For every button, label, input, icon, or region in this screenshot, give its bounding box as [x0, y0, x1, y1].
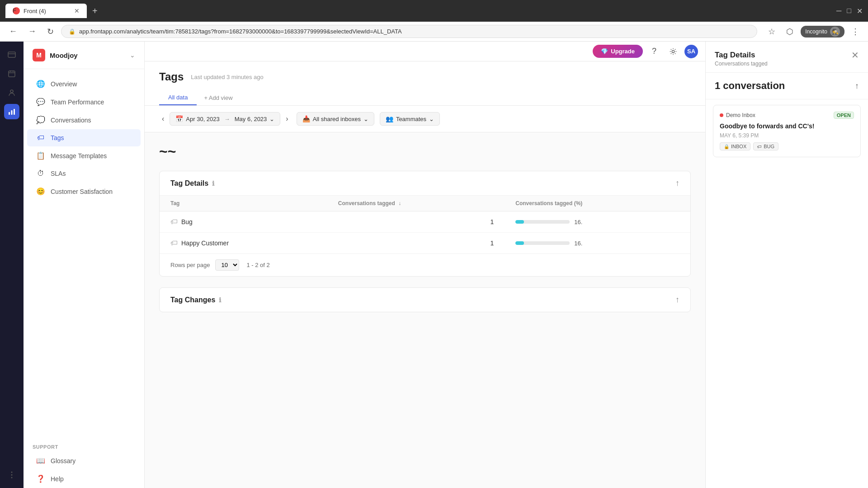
tag-changes-info-icon[interactable]: ℹ [219, 296, 221, 304]
right-panel: Tag Details Conversations tagged ✕ 1 con… [705, 42, 868, 488]
lock-icon: 🔒 [69, 28, 75, 35]
rows-per-page-select[interactable]: 10 25 50 [215, 259, 239, 271]
sidebar-item-tags[interactable]: 🏷 Tags [27, 129, 141, 146]
inbox-filter-icon: 📥 [302, 115, 310, 122]
add-view-btn[interactable]: + Add view [197, 91, 240, 105]
new-tab-btn[interactable]: + [92, 6, 98, 16]
right-panel-count-row: 1 conversation ↑ [706, 73, 868, 99]
address-bar[interactable]: 🔒 app.frontapp.com/analytics/team/tim:78… [61, 25, 757, 38]
teammates-filter[interactable]: 👥 Teammates ⌄ [380, 112, 440, 126]
sidebar-item-message-templates[interactable]: 📋 Message Templates [27, 147, 141, 164]
last-updated: Last updated 3 minutes ago [191, 74, 263, 80]
close-window-icon[interactable]: ✕ [857, 7, 863, 15]
incognito-avatar: 🕵 [830, 27, 840, 37]
table-row[interactable]: 🏷 Happy Customer 1 [160, 233, 690, 254]
conversation-card[interactable]: Demo Inbox OPEN Goodbye to forwards and … [713, 105, 861, 157]
sidebar-item-label-customer-satisfaction: Customer Satisfaction [51, 188, 113, 195]
help-icon: ❓ [36, 474, 45, 483]
browser-tab[interactable]: F Front (4) ✕ [5, 4, 87, 18]
date-from: Apr 30, 2023 [186, 116, 219, 122]
page-title: Tags [159, 70, 184, 83]
tags-icon: 🏷 [36, 134, 45, 142]
tag-details-export-btn[interactable]: ↑ [675, 178, 679, 188]
col-conversations-tagged[interactable]: Conversations tagged ↓ [327, 196, 505, 211]
minimize-icon[interactable]: ─ [836, 7, 841, 15]
sidebar-header: M Moodjoy ⌄ [24, 42, 144, 69]
tag-changes-export-btn[interactable]: ↑ [675, 295, 679, 305]
analytics-icon-btn[interactable] [4, 104, 19, 119]
conv-tag-inbox: 🔒 INBOX [720, 142, 750, 150]
help-btn[interactable]: ? [646, 44, 662, 59]
forward-btn[interactable]: → [24, 25, 40, 38]
tag-cell-happy: 🏷 Happy Customer [160, 233, 327, 254]
extension-btn[interactable]: ⬡ [783, 24, 797, 39]
sidebar-item-slas[interactable]: ⏱ SLAs [27, 165, 141, 182]
maximize-icon[interactable]: □ [847, 7, 851, 15]
progress-bar-bg-bug [515, 220, 570, 224]
tag-details-title-group: Tag Details ℹ [170, 179, 214, 188]
date-range-picker[interactable]: 📅 Apr 30, 2023 → May 6, 2023 ⌄ [170, 112, 280, 126]
inbox-icon-btn[interactable] [4, 47, 19, 62]
sidebar-item-conversations[interactable]: 💭 Conversations [27, 111, 141, 129]
sidebar-item-overview[interactable]: 🌐 Overview [27, 75, 141, 93]
right-panel-subtitle: Conversations tagged [715, 61, 768, 67]
content-area: ~~ Tag Details ℹ ↑ Tag Con [145, 132, 705, 334]
status-badge: OPEN [834, 112, 854, 119]
nav-items: 🌐 Overview 💬 Team Performance 💭 Conversa… [24, 69, 144, 441]
svg-point-8 [11, 477, 13, 479]
panel-export-btn[interactable]: ↑ [855, 81, 859, 91]
tag-details-info-icon[interactable]: ℹ [212, 180, 214, 187]
date-prev-btn[interactable]: ‹ [159, 113, 167, 125]
right-panel-header: Tag Details Conversations tagged ✕ [706, 42, 868, 73]
settings-btn[interactable] [665, 44, 681, 59]
tag-changes-title: Tag Changes [170, 296, 215, 304]
tag-changes-header: Tag Changes ℹ ↑ [160, 288, 690, 312]
tab-all-data[interactable]: All data [159, 90, 197, 105]
tab-favicon: F [13, 7, 20, 14]
svg-rect-0 [8, 52, 15, 57]
count-cell-bug: 1 [327, 211, 505, 233]
left-sidebar: M Moodjoy ⌄ 🌐 Overview 💬 Team Performanc… [24, 42, 145, 488]
nav-bar: ← → ↻ 🔒 app.frontapp.com/analytics/team/… [0, 22, 868, 42]
tag-name-bug: Bug [181, 218, 193, 225]
conv-inbox: Demo Inbox [720, 112, 755, 118]
tab-close-btn[interactable]: ✕ [74, 7, 80, 14]
conv-tag-bug: 🏷 BUG [753, 142, 778, 150]
icon-sidebar [0, 42, 24, 488]
more-icon-btn[interactable] [4, 467, 19, 483]
sidebar-chevron-icon[interactable]: ⌄ [130, 52, 135, 59]
numbers-row: ~~ [159, 143, 691, 160]
sidebar-item-customer-satisfaction[interactable]: 😊 Customer Satisfaction [27, 183, 141, 200]
customer-satisfaction-icon: 😊 [36, 187, 45, 196]
upgrade-btn[interactable]: 💎 Upgrade [593, 45, 643, 58]
conv-tag-bug-label: BUG [764, 144, 774, 149]
star-btn[interactable]: ☆ [764, 24, 779, 39]
calendar-icon-btn[interactable] [4, 66, 19, 81]
overview-icon: 🌐 [36, 80, 45, 88]
menu-btn[interactable]: ⋮ [848, 24, 863, 39]
date-arrow-icon: → [222, 116, 232, 122]
tag-changes-title-group: Tag Changes ℹ [170, 296, 221, 304]
inbox-filter[interactable]: 📥 All shared inboxes ⌄ [297, 112, 374, 126]
incognito-badge: Incognito 🕵 [801, 26, 844, 38]
contacts-icon-btn[interactable] [4, 85, 19, 100]
refresh-btn[interactable]: ↻ [43, 25, 57, 38]
inbox-filter-label: All shared inboxes [313, 116, 361, 122]
top-bar-right: 💎 Upgrade ? SA [593, 44, 698, 59]
table-row[interactable]: 🏷 Bug 1 [160, 211, 690, 233]
back-btn[interactable]: ← [5, 25, 21, 38]
tag-details-title: Tag Details [170, 179, 208, 188]
close-panel-btn[interactable]: ✕ [851, 51, 859, 60]
tag-label-icon: 🏷 [170, 218, 178, 226]
user-avatar[interactable]: SA [684, 45, 698, 58]
tag-details-header: Tag Details ℹ ↑ [160, 171, 690, 196]
inbox-chevron-icon: ⌄ [363, 116, 368, 122]
count-bug: 1 [490, 218, 494, 225]
date-next-btn[interactable]: › [283, 113, 291, 125]
count-cell-happy: 1 [327, 233, 505, 254]
sidebar-item-glossary[interactable]: 📖 Glossary [27, 452, 141, 469]
pct-cell-bug: 16. [505, 211, 690, 233]
sidebar-item-team-performance[interactable]: 💬 Team Performance [27, 93, 141, 111]
sidebar-item-help[interactable]: ❓ Help [27, 470, 141, 488]
teammates-filter-icon: 👥 [386, 115, 393, 122]
